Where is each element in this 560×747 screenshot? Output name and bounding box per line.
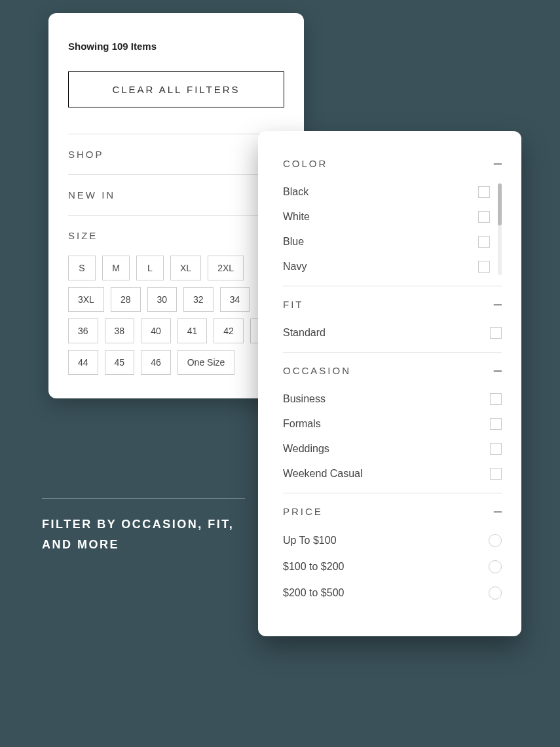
filter-section-title: PRICE bbox=[283, 506, 323, 517]
size-chip[interactable]: 30 bbox=[147, 287, 177, 312]
results-count: Showing 109 Items bbox=[68, 41, 284, 52]
size-chip[interactable]: 46 bbox=[141, 350, 171, 375]
size-chip[interactable]: L bbox=[136, 256, 164, 280]
filter-section-shop[interactable]: SHOP bbox=[68, 134, 284, 174]
scrollbar-thumb[interactable] bbox=[498, 183, 502, 225]
option-label: Up To $100 bbox=[283, 535, 337, 546]
option-label: $200 to $500 bbox=[283, 587, 344, 599]
filter-option[interactable]: Formals bbox=[283, 412, 502, 436]
caption-text: FILTER BY OCCASION, FIT, AND MORE bbox=[42, 514, 245, 554]
radio-icon[interactable] bbox=[489, 560, 502, 573]
collapse-icon[interactable]: – bbox=[494, 363, 502, 377]
collapse-icon[interactable]: – bbox=[494, 297, 502, 311]
checkbox-icon[interactable] bbox=[490, 468, 502, 480]
checkbox-icon[interactable] bbox=[490, 418, 502, 430]
size-chip[interactable]: 45 bbox=[105, 350, 135, 375]
filter-option[interactable]: Blue bbox=[283, 229, 490, 254]
caption-block: FILTER BY OCCASION, FIT, AND MORE bbox=[42, 498, 245, 554]
option-label: Black bbox=[283, 186, 308, 198]
filter-option[interactable]: $100 to $200 bbox=[283, 554, 502, 580]
collapse-icon[interactable]: – bbox=[494, 504, 502, 518]
filter-section-header[interactable]: PRICE– bbox=[283, 504, 502, 527]
scrollable-options: BlackWhiteBlueNavy bbox=[283, 180, 502, 279]
size-chip[interactable]: 41 bbox=[177, 318, 208, 343]
size-chip[interactable]: One Size bbox=[177, 350, 235, 375]
filter-section-color: COLOR–BlackWhiteBlueNavy bbox=[283, 149, 502, 286]
option-label: Weddings bbox=[283, 443, 329, 455]
filter-option[interactable]: Black bbox=[283, 180, 490, 204]
size-chip[interactable]: 40 bbox=[141, 318, 171, 343]
size-label: SIZE bbox=[68, 230, 284, 241]
option-label: Formals bbox=[283, 418, 321, 430]
filter-section-header[interactable]: COLOR– bbox=[283, 156, 502, 180]
option-label: $100 to $200 bbox=[283, 561, 344, 573]
size-chip[interactable]: S bbox=[68, 256, 96, 280]
filter-option[interactable]: White bbox=[283, 204, 490, 229]
filter-section-size: SIZE SMLXL2XL3XL283032343638404142434445… bbox=[68, 215, 284, 375]
size-chip[interactable]: M bbox=[102, 256, 130, 280]
checkbox-icon[interactable] bbox=[478, 186, 490, 198]
filter-section-occasion: OCCASION–BusinessFormalsWeddingsWeekend … bbox=[283, 352, 502, 493]
filter-option[interactable]: Weddings bbox=[283, 436, 502, 461]
checkbox-icon[interactable] bbox=[490, 327, 502, 339]
clear-all-filters-button[interactable]: CLEAR ALL FILTERS bbox=[68, 71, 284, 107]
filter-section-fit: FIT–Standard bbox=[283, 286, 502, 352]
radio-icon[interactable] bbox=[489, 586, 502, 600]
size-chip[interactable]: 44 bbox=[68, 350, 98, 375]
caption-divider bbox=[42, 498, 245, 499]
filter-section-price: PRICE–Up To $100$100 to $200$200 to $500 bbox=[283, 493, 502, 613]
filter-section-title: OCCASION bbox=[283, 365, 351, 376]
filter-section-header[interactable]: OCCASION– bbox=[283, 363, 502, 387]
filter-option[interactable]: $200 to $500 bbox=[283, 580, 502, 606]
filter-option[interactable]: Standard bbox=[283, 320, 502, 345]
size-chip[interactable]: 2XL bbox=[208, 256, 244, 280]
size-chip[interactable]: XL bbox=[170, 256, 201, 280]
size-chip[interactable]: 3XL bbox=[68, 287, 104, 312]
checkbox-icon[interactable] bbox=[478, 261, 490, 273]
checkbox-icon[interactable] bbox=[478, 236, 490, 248]
collapse-icon[interactable]: – bbox=[494, 156, 502, 170]
filter-option[interactable]: Navy bbox=[283, 254, 490, 279]
checkbox-icon[interactable] bbox=[490, 393, 502, 405]
size-chip[interactable]: 42 bbox=[214, 318, 244, 343]
option-label: Weekend Casual bbox=[283, 468, 363, 480]
checkbox-icon[interactable] bbox=[490, 443, 502, 455]
size-chip[interactable]: 28 bbox=[111, 287, 141, 312]
size-grid: SMLXL2XL3XL28303234363840414243444546One… bbox=[68, 256, 284, 375]
filter-option[interactable]: Weekend Casual bbox=[283, 461, 502, 486]
size-chip[interactable]: 34 bbox=[220, 287, 250, 312]
radio-icon[interactable] bbox=[489, 534, 502, 547]
filter-section-title: COLOR bbox=[283, 158, 327, 169]
filter-card-right: COLOR–BlackWhiteBlueNavyFIT–StandardOCCA… bbox=[258, 131, 521, 636]
option-label: White bbox=[283, 211, 310, 223]
filter-option[interactable]: Business bbox=[283, 387, 502, 412]
filter-section-new-in[interactable]: NEW IN bbox=[68, 174, 284, 215]
filter-section-header[interactable]: FIT– bbox=[283, 297, 502, 320]
checkbox-icon[interactable] bbox=[478, 211, 490, 223]
size-chip[interactable]: 36 bbox=[68, 318, 98, 343]
size-chip[interactable]: 38 bbox=[105, 318, 135, 343]
size-chip[interactable]: 32 bbox=[183, 287, 214, 312]
option-label: Navy bbox=[283, 261, 307, 273]
filter-section-title: FIT bbox=[283, 299, 304, 310]
option-label: Standard bbox=[283, 327, 326, 339]
option-label: Blue bbox=[283, 236, 304, 248]
option-label: Business bbox=[283, 393, 326, 405]
filter-option[interactable]: Up To $100 bbox=[283, 527, 502, 554]
